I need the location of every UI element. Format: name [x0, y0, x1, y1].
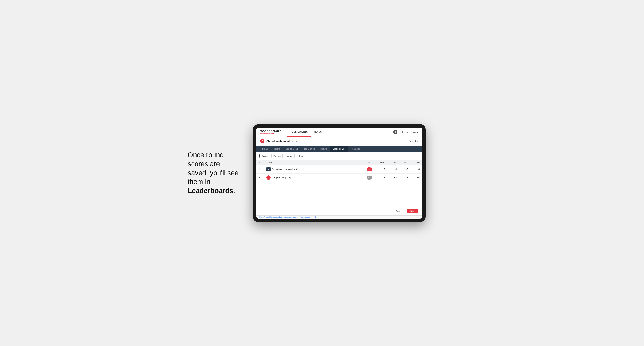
page-wrapper: Once round scores are saved, you'll see …	[188, 124, 456, 222]
sidebar-line3: saved, you'll see	[188, 169, 238, 177]
logo-subtitle: Powered by clippd	[260, 133, 282, 135]
top-nav-right: S Test User | Sign out	[393, 130, 418, 134]
nav-teams[interactable]: TEAMS	[311, 128, 325, 137]
user-name: Test User |	[399, 131, 409, 133]
sidebar-line5-bold: Leaderboards	[188, 187, 233, 195]
sidebar-line1: Once round	[188, 151, 224, 159]
tab-teams[interactable]: Teams	[271, 146, 283, 152]
sidebar-line4: them in	[188, 178, 210, 186]
user-avatar: S	[393, 130, 398, 134]
sidebar-period: .	[233, 187, 235, 195]
logo-area: SCOREBOARD Powered by clippd	[260, 130, 282, 135]
sub-tab-bar: Teams Players Scores Strokes	[256, 152, 422, 160]
logo-clippd: clippd	[269, 133, 274, 135]
row1-rd2: +5	[399, 165, 411, 173]
row2-team-logo: C	[266, 175, 270, 180]
row1-team-cell: SB Scoreboard University [A]	[266, 167, 356, 172]
row2-rd3: +3	[411, 173, 422, 182]
col-team: TEAM	[264, 160, 359, 165]
sign-out-link[interactable]: Sign out	[411, 131, 418, 133]
subtab-teams[interactable]: Teams	[260, 154, 270, 158]
logo-title: SCOREBOARD	[260, 130, 282, 133]
close-icon: ×	[417, 140, 418, 143]
row1-score-badge: -5	[366, 168, 372, 171]
tab-course-setup[interactable]: Course Setup	[283, 146, 301, 152]
col-rd1: RD1	[388, 160, 399, 165]
tab-leaderboards[interactable]: Leaderboards	[330, 146, 348, 152]
row1-thru: F	[374, 165, 388, 173]
tablet-frame: SCOREBOARD Powered by clippd TOURNAMENTS…	[253, 124, 426, 222]
subtab-scores[interactable]: Scores	[284, 154, 294, 158]
leaderboard-table: # TEAM TOTAL THRU RD1 RD2 RD3 1	[256, 160, 422, 182]
save-button[interactable]: Save	[407, 209, 418, 213]
content-spacer	[256, 184, 422, 207]
row2-thru: F	[374, 173, 388, 182]
tablet-screen: SCOREBOARD Powered by clippd TOURNAMENTS…	[256, 128, 422, 219]
row2-rd2: -8	[399, 173, 411, 182]
row2-rank: 2	[256, 173, 264, 182]
row1-rd3: -6	[411, 165, 422, 173]
cancel-label: Cancel	[409, 140, 416, 143]
row2-rd1: +8	[388, 173, 399, 182]
col-rd2: RD2	[399, 160, 411, 165]
footer-bar: Cancel Save	[256, 207, 422, 215]
url-text: https://stage-blue-coach.stagescoreboard…	[260, 216, 316, 218]
table-row: 2 C Clippd College [A] +3	[256, 173, 422, 182]
tournament-gender: (Men)	[291, 140, 297, 143]
sidebar-description: Once round scores are saved, you'll see …	[188, 151, 242, 195]
subtab-strokes[interactable]: Strokes	[296, 154, 307, 158]
row1-rank: 1	[256, 165, 264, 173]
tab-tee-groups[interactable]: Tee Groups	[301, 146, 318, 152]
tournament-icon: C	[260, 139, 264, 143]
row1-team-logo: SB	[266, 167, 270, 172]
row2-team-cell: C Clippd College [A]	[266, 175, 356, 180]
tab-details[interactable]: Details	[260, 146, 271, 152]
table-row: 1 SB Scoreboard University [A]	[256, 165, 422, 173]
nav-tournaments[interactable]: TOURNAMENTS	[287, 128, 311, 137]
row1-team-name: Scoreboard University [A]	[272, 168, 298, 171]
tournament-header: C Clippd Invitational (Men) Cancel ×	[256, 137, 422, 146]
row2-score-badge: +3	[366, 176, 372, 179]
tab-bar: Details Teams Course Setup Tee Groups Re…	[256, 146, 422, 152]
url-bar: https://stage-blue-coach.stagescoreboard…	[256, 215, 422, 219]
tournament-cancel[interactable]: Cancel ×	[409, 140, 418, 143]
top-nav-links: TOURNAMENTS TEAMS	[287, 128, 393, 137]
row2-team-name: Clippd College [A]	[272, 176, 290, 179]
sidebar-line2: scores are	[188, 160, 220, 168]
leaderboard-content: # TEAM TOTAL THRU RD1 RD2 RD3 1	[256, 160, 422, 184]
row1-rd1: -4	[388, 165, 399, 173]
subtab-players[interactable]: Players	[271, 154, 283, 158]
col-thru: THRU	[374, 160, 388, 165]
row1-team: SB Scoreboard University [A]	[264, 165, 359, 173]
col-total: TOTAL	[359, 160, 374, 165]
col-rd3: RD3	[411, 160, 422, 165]
tab-printables[interactable]: Printables	[348, 146, 363, 152]
row2-team: C Clippd College [A]	[264, 173, 359, 182]
tournament-name: Clippd Invitational	[266, 140, 290, 143]
cancel-button[interactable]: Cancel	[392, 209, 405, 213]
row2-total: +3	[359, 173, 374, 182]
col-rank: #	[256, 160, 264, 165]
tab-results[interactable]: Results	[318, 146, 330, 152]
top-nav: SCOREBOARD Powered by clippd TOURNAMENTS…	[256, 128, 422, 137]
row1-total: -5	[359, 165, 374, 173]
